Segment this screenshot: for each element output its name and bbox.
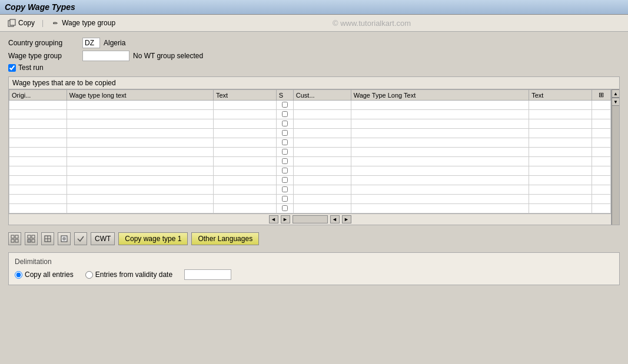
cell-text2[interactable] <box>529 185 592 195</box>
cell-s[interactable] <box>276 138 293 148</box>
cell-longtext2[interactable] <box>351 110 529 119</box>
cell-text2[interactable] <box>529 166 592 176</box>
cell-cust[interactable] <box>293 138 351 148</box>
cell-orig[interactable] <box>9 204 67 213</box>
cell-text2[interactable] <box>529 148 592 157</box>
cell-text[interactable] <box>213 204 276 213</box>
cell-text[interactable] <box>213 185 276 195</box>
icon-btn-1[interactable] <box>8 232 21 245</box>
cell-s[interactable] <box>276 148 293 157</box>
cell-s[interactable] <box>276 110 293 119</box>
scroll-left-btn[interactable]: ◄ <box>269 215 278 223</box>
cell-text[interactable] <box>213 176 276 185</box>
cell-s[interactable] <box>276 157 293 166</box>
col-header-s[interactable]: S <box>276 90 293 101</box>
cell-longtext[interactable] <box>67 185 213 195</box>
cell-cust[interactable] <box>293 176 351 185</box>
cell-longtext2[interactable] <box>351 176 529 185</box>
cell-text2[interactable] <box>529 204 592 213</box>
cell-s[interactable] <box>276 185 293 195</box>
col-header-settings[interactable]: ⊞ <box>592 90 610 101</box>
cell-longtext2[interactable] <box>351 129 529 138</box>
col-header-orig[interactable]: Origi... <box>9 90 67 101</box>
cell-orig[interactable] <box>9 129 67 138</box>
cell-longtext2[interactable] <box>351 166 529 176</box>
cell-longtext2[interactable] <box>351 138 529 148</box>
cell-orig[interactable] <box>9 119 67 129</box>
icon-btn-4[interactable] <box>58 232 71 245</box>
cell-longtext[interactable] <box>67 148 213 157</box>
cell-longtext2[interactable] <box>351 157 529 166</box>
scrollbar-thumb[interactable] <box>612 106 619 225</box>
test-run-checkbox[interactable] <box>8 64 16 72</box>
cell-longtext2[interactable] <box>351 185 529 195</box>
cell-longtext[interactable] <box>67 129 213 138</box>
col-header-text[interactable]: Text <box>213 90 276 101</box>
cell-text2[interactable] <box>529 110 592 119</box>
cell-cust[interactable] <box>293 119 351 129</box>
cell-longtext[interactable] <box>67 119 213 129</box>
copy-all-label[interactable]: Copy all entries <box>25 271 74 279</box>
cwt-button[interactable]: CWT <box>91 232 115 245</box>
cell-s[interactable] <box>276 195 293 204</box>
entries-from-radio[interactable] <box>85 271 93 279</box>
cell-s[interactable] <box>276 129 293 138</box>
cell-cust[interactable] <box>293 185 351 195</box>
col-header-text2[interactable]: Text <box>529 90 592 101</box>
scroll-left2-btn[interactable]: ◄ <box>330 215 340 223</box>
validity-date-input[interactable] <box>184 269 231 280</box>
cell-orig[interactable] <box>9 110 67 119</box>
cell-longtext[interactable] <box>67 166 213 176</box>
cell-text2[interactable] <box>529 119 592 129</box>
copy-all-radio[interactable] <box>15 271 22 279</box>
scroll-right-btn[interactable]: ► <box>281 215 290 223</box>
cell-orig[interactable] <box>9 138 67 148</box>
cell-longtext2[interactable] <box>351 119 529 129</box>
table-settings-icon[interactable]: ⊞ <box>599 91 604 98</box>
cell-longtext2[interactable] <box>351 101 529 110</box>
cell-s[interactable] <box>276 204 293 213</box>
cell-orig[interactable] <box>9 148 67 157</box>
cell-text[interactable] <box>213 119 276 129</box>
cell-text2[interactable] <box>529 129 592 138</box>
cell-text[interactable] <box>213 157 276 166</box>
cell-text2[interactable] <box>529 138 592 148</box>
test-run-label[interactable]: Test run <box>18 64 44 72</box>
cell-text2[interactable] <box>529 157 592 166</box>
cell-longtext2[interactable] <box>351 195 529 204</box>
cell-orig[interactable] <box>9 157 67 166</box>
col-header-cust[interactable]: Cust... <box>293 90 351 101</box>
cell-longtext[interactable] <box>67 110 213 119</box>
cell-longtext[interactable] <box>67 176 213 185</box>
cell-cust[interactable] <box>293 166 351 176</box>
cell-longtext2[interactable] <box>351 148 529 157</box>
cell-s[interactable] <box>276 119 293 129</box>
cell-cust[interactable] <box>293 157 351 166</box>
cell-s[interactable] <box>276 101 293 110</box>
cell-cust[interactable] <box>293 195 351 204</box>
col-header-longtext[interactable]: Wage type long text <box>67 90 213 101</box>
copy-wage-type-button[interactable]: Copy wage type 1 <box>118 232 188 245</box>
icon-btn-3[interactable] <box>41 232 54 245</box>
copy-toolbar-item[interactable]: Copy <box>5 17 37 29</box>
scroll-down-btn[interactable]: ▼ <box>612 98 619 106</box>
cell-text[interactable] <box>213 148 276 157</box>
country-grouping-input[interactable] <box>82 38 100 48</box>
icon-btn-2[interactable] <box>25 232 38 245</box>
cell-orig[interactable] <box>9 101 67 110</box>
scroll-track-h[interactable] <box>293 215 328 223</box>
cell-longtext[interactable] <box>67 195 213 204</box>
cell-text[interactable] <box>213 129 276 138</box>
cell-longtext[interactable] <box>67 138 213 148</box>
cell-longtext[interactable] <box>67 204 213 213</box>
cell-longtext[interactable] <box>67 101 213 110</box>
cell-cust[interactable] <box>293 148 351 157</box>
cell-text[interactable] <box>213 166 276 176</box>
cell-s[interactable] <box>276 176 293 185</box>
scroll-right2-btn[interactable]: ► <box>342 215 351 223</box>
cell-orig[interactable] <box>9 166 67 176</box>
cell-text2[interactable] <box>529 195 592 204</box>
cell-text[interactable] <box>213 195 276 204</box>
scroll-up-btn[interactable]: ▲ <box>612 89 619 98</box>
cell-orig[interactable] <box>9 185 67 195</box>
